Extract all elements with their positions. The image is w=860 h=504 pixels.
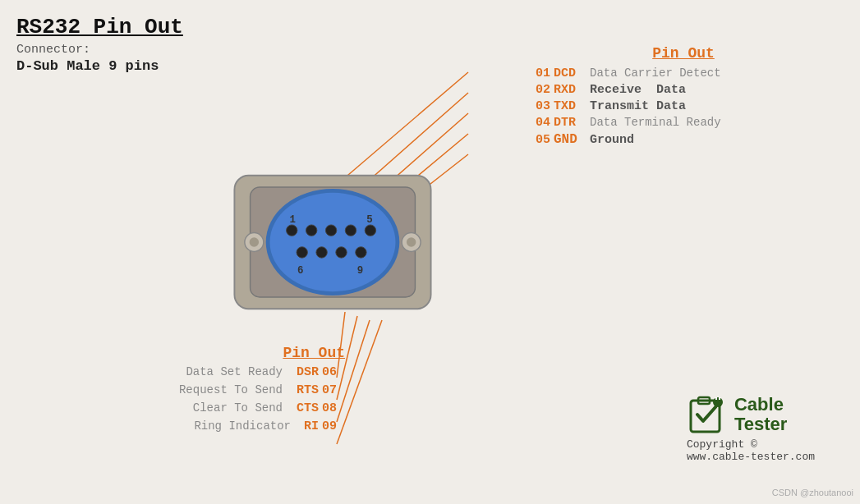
pin-desc-03: Transmit Data bbox=[590, 99, 686, 113]
pin-num-08: 08 bbox=[322, 401, 345, 415]
pin-desc-07: Request To Send bbox=[179, 383, 283, 396]
svg-point-32 bbox=[713, 397, 723, 407]
cable-tester-icon bbox=[687, 394, 728, 435]
pin-row-01: 01 DCD Data Carrier Detect bbox=[527, 66, 839, 80]
cable-tester-name: Cable Tester bbox=[734, 395, 787, 434]
pin-abbr-04: DTR bbox=[554, 116, 585, 130]
pin-row-05: 05 GND Ground bbox=[527, 132, 839, 147]
pin-num-05: 05 bbox=[527, 133, 550, 147]
connector-svg: 1 5 6 9 bbox=[209, 152, 456, 332]
pin-desc-02: Receive Data bbox=[590, 83, 686, 97]
pin-num-04: 04 bbox=[527, 116, 550, 130]
pin-desc-06: Data Set Ready bbox=[186, 365, 283, 378]
pin-desc-01: Data Carrier Detect bbox=[590, 66, 721, 80]
pin-desc-09: Ring Indicator bbox=[194, 419, 291, 433]
cable-tester-logo-area: Cable Tester Copyright © www.cable-teste… bbox=[687, 394, 815, 463]
pin-num-09: 09 bbox=[322, 419, 345, 433]
svg-point-12 bbox=[269, 193, 395, 292]
main-container: RS232 Pin Out Connector: D-Sub Male 9 pi… bbox=[0, 0, 860, 504]
svg-point-22 bbox=[297, 247, 307, 258]
copyright-text: Copyright © bbox=[687, 438, 815, 451]
page-title: RS232 Pin Out bbox=[16, 15, 183, 39]
connector-label: Connector: bbox=[16, 43, 183, 57]
svg-point-16 bbox=[407, 237, 416, 246]
title-area: RS232 Pin Out Connector: D-Sub Male 9 pi… bbox=[16, 15, 183, 74]
pin-desc-05: Ground bbox=[590, 133, 634, 147]
pin-out-bottom: Pin Out Data Set Ready DSR 06 Request To… bbox=[25, 345, 345, 438]
svg-text:6: 6 bbox=[297, 265, 303, 277]
pin-abbr-01: DCD bbox=[554, 66, 585, 80]
pin-row-08: Clear To Send CTS 08 bbox=[25, 401, 345, 415]
svg-text:1: 1 bbox=[289, 214, 295, 226]
pin-desc-04: Data Terminal Ready bbox=[590, 116, 721, 129]
pin-num-07: 07 bbox=[322, 383, 345, 397]
svg-point-25 bbox=[356, 247, 366, 258]
pin-abbr-09: RI bbox=[296, 419, 319, 433]
pin-num-01: 01 bbox=[527, 66, 550, 80]
pin-out-bottom-title: Pin Out bbox=[25, 345, 345, 361]
pin-row-03: 03 TXD Transmit Data bbox=[527, 99, 839, 113]
svg-point-19 bbox=[325, 225, 336, 236]
svg-point-20 bbox=[345, 225, 356, 236]
pin-row-06: Data Set Ready DSR 06 bbox=[25, 365, 345, 379]
pin-abbr-06: DSR bbox=[287, 365, 319, 379]
pin-desc-08: Clear To Send bbox=[193, 401, 283, 415]
pin-out-top-title: Pin Out bbox=[527, 45, 839, 62]
pin-abbr-08: CTS bbox=[287, 401, 319, 415]
pin-abbr-07: RTS bbox=[287, 383, 319, 397]
svg-text:9: 9 bbox=[357, 265, 363, 277]
svg-point-17 bbox=[287, 225, 297, 236]
pin-abbr-03: TXD bbox=[554, 99, 585, 113]
pin-num-03: 03 bbox=[527, 99, 550, 113]
pin-out-top: Pin Out 01 DCD Data Carrier Detect 02 RX… bbox=[527, 45, 839, 149]
svg-point-18 bbox=[306, 225, 316, 236]
pin-row-09: Ring Indicator RI 09 bbox=[25, 419, 345, 433]
svg-point-14 bbox=[250, 237, 259, 246]
website-text: www.cable-tester.com bbox=[687, 451, 815, 463]
cable-tester-brand: Cable Tester bbox=[687, 394, 815, 435]
connector-area: 1 5 6 9 bbox=[209, 152, 464, 341]
pin-row-04: 04 DTR Data Terminal Ready bbox=[527, 116, 839, 130]
pin-num-06: 06 bbox=[322, 365, 345, 379]
connector-type: D-Sub Male 9 pins bbox=[16, 58, 183, 74]
pin-row-02: 02 RXD Receive Data bbox=[527, 83, 839, 97]
pin-abbr-02: RXD bbox=[554, 83, 585, 97]
csdn-watermark: CSDN @zhoutanooi bbox=[772, 488, 853, 497]
pin-row-07: Request To Send RTS 07 bbox=[25, 383, 345, 397]
pin-num-02: 02 bbox=[527, 83, 550, 97]
svg-point-24 bbox=[336, 247, 347, 258]
svg-point-21 bbox=[365, 225, 375, 236]
pin-abbr-05: GND bbox=[554, 132, 585, 147]
svg-point-23 bbox=[316, 247, 327, 258]
svg-text:5: 5 bbox=[366, 214, 372, 226]
